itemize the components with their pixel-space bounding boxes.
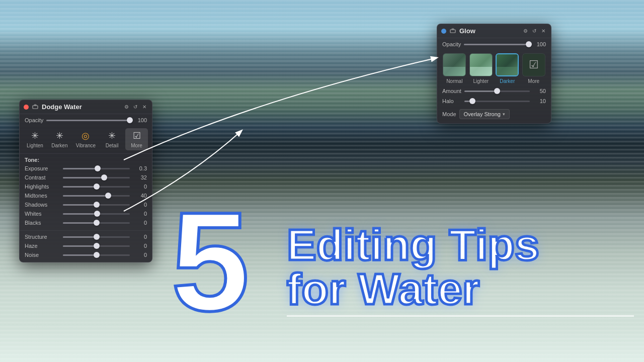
tool-detail-label: Detail: [106, 143, 119, 148]
halo-slider[interactable]: [464, 101, 530, 102]
tool-detail[interactable]: ✳ Detail: [101, 128, 123, 150]
mode-normal[interactable]: Normal: [442, 53, 467, 84]
dodge-panel-icon: [32, 104, 39, 111]
blacks-value: 0: [133, 220, 147, 226]
whites-label: Whites: [25, 211, 60, 217]
highlights-slider[interactable]: [63, 186, 130, 188]
svg-rect-1: [34, 105, 36, 106]
dodge-opacity-value: 100: [133, 117, 147, 123]
halo-value: 10: [533, 98, 546, 104]
mode-more-thumb: ☑: [522, 53, 545, 76]
mode-normal-thumb: [443, 53, 466, 76]
mode-more[interactable]: ☑ More: [522, 53, 546, 84]
halo-label: Halo: [442, 98, 461, 104]
haze-slider[interactable]: [63, 245, 130, 247]
glow-opacity-label: Opacity: [442, 41, 461, 47]
amount-row: Amount 50: [437, 86, 551, 96]
shadows-value: 0: [133, 202, 147, 208]
mode-lighter-thumb: [469, 53, 493, 76]
shadows-slider[interactable]: [63, 204, 130, 206]
whites-slider[interactable]: [63, 213, 130, 215]
glow-opacity-slider[interactable]: [464, 44, 529, 45]
amount-slider[interactable]: [464, 90, 530, 92]
structure-slider[interactable]: [63, 236, 130, 238]
dodge-settings-btn[interactable]: ⚙: [123, 104, 130, 111]
exposure-value: 0.3: [133, 165, 147, 171]
mode-dropdown-value: Overlay Strong: [464, 111, 501, 117]
contrast-value: 32: [133, 174, 147, 180]
glow-panel-titlebar: Glow ⚙ ↺ ✕: [437, 24, 551, 38]
glow-modes-row: Normal Lighter Darker ☑ More: [437, 49, 551, 86]
structure-row: Structure 0: [20, 230, 152, 241]
exposure-slider[interactable]: [63, 168, 130, 169]
highlights-label: Highlights: [25, 184, 60, 190]
dodge-opacity-slider[interactable]: [46, 120, 130, 121]
glow-tl-close[interactable]: [441, 29, 446, 34]
lighten-icon: ✳: [31, 130, 39, 141]
haze-label: Haze: [25, 243, 60, 249]
glow-panel-title: Glow: [459, 27, 519, 35]
mode-darker[interactable]: Darker: [495, 53, 520, 84]
glow-settings-btn[interactable]: ⚙: [522, 28, 529, 35]
mode-lighter[interactable]: Lighter: [469, 53, 494, 84]
dodge-panel-controls: ⚙ ↺ ✕: [123, 104, 148, 111]
amount-label: Amount: [442, 88, 461, 94]
tool-vibrance-label: Vibrance: [76, 143, 96, 148]
svg-rect-0: [33, 106, 38, 109]
tool-vibrance[interactable]: ◎ Vibrance: [73, 128, 99, 150]
mode-normal-label: Normal: [446, 78, 462, 84]
midtones-slider[interactable]: [63, 195, 130, 197]
haze-row: Haze 0: [20, 241, 152, 250]
shadows-label: Shadows: [25, 202, 60, 208]
glow-opacity-value: 100: [532, 41, 546, 47]
whites-row: Whites 0: [20, 209, 152, 218]
structure-label: Structure: [25, 234, 60, 240]
noise-slider[interactable]: [63, 254, 130, 256]
svg-rect-3: [452, 29, 454, 30]
midtones-row: Midtones 40: [20, 191, 152, 200]
halo-row: Halo 10: [437, 96, 551, 106]
vibrance-icon: ◎: [82, 130, 90, 141]
highlights-row: Highlights 0: [20, 182, 152, 191]
glow-opacity-row: Opacity 100: [437, 38, 551, 49]
detail-icon: ✳: [108, 130, 116, 141]
dodge-panel-titlebar: Dodge Water ⚙ ↺ ✕: [20, 100, 152, 114]
highlights-value: 0: [133, 184, 147, 190]
mode-more-label: More: [528, 78, 539, 84]
tool-lighten-label: Lighten: [27, 143, 43, 148]
amount-value: 50: [533, 88, 546, 94]
more-checkbox-icon: ☑: [529, 58, 539, 71]
dodge-panel-title: Dodge Water: [42, 103, 120, 111]
midtones-value: 40: [133, 193, 147, 199]
glow-panel-controls: ⚙ ↺ ✕: [522, 28, 547, 35]
blacks-label: Blacks: [25, 220, 60, 226]
exposure-row: Exposure 0.3: [20, 164, 152, 173]
dodge-opacity-row: Opacity 100: [20, 114, 152, 125]
contrast-slider[interactable]: [63, 177, 130, 178]
haze-value: 0: [133, 243, 147, 249]
glow-mode-row: Mode Overlay Strong ▾: [437, 106, 551, 123]
dodge-opacity-label: Opacity: [25, 117, 43, 123]
glow-panel-icon: [449, 28, 456, 35]
tl-close[interactable]: [24, 105, 29, 110]
tool-lighten[interactable]: ✳ Lighten: [24, 128, 46, 150]
tool-darken[interactable]: ✳ Darken: [48, 128, 71, 150]
glow-close-btn[interactable]: ✕: [540, 28, 547, 35]
noise-row: Noise 0: [20, 250, 152, 262]
mode-lighter-label: Lighter: [473, 78, 489, 84]
glow-panel: Glow ⚙ ↺ ✕ Opacity 100 Normal: [437, 24, 551, 124]
mode-darker-thumb: [496, 53, 519, 76]
tool-more[interactable]: ☑ More: [125, 128, 148, 150]
exposure-label: Exposure: [25, 165, 60, 171]
dodge-close-btn[interactable]: ✕: [141, 104, 148, 111]
contrast-row: Contrast 32: [20, 173, 152, 182]
noise-value: 0: [133, 252, 147, 258]
tool-darken-label: Darken: [51, 143, 67, 148]
mode-row-label: Mode: [442, 111, 456, 117]
dodge-minimize-btn[interactable]: ↺: [132, 104, 139, 111]
whites-value: 0: [133, 211, 147, 217]
blacks-slider[interactable]: [63, 222, 130, 224]
contrast-label: Contrast: [25, 174, 60, 180]
mode-dropdown[interactable]: Overlay Strong ▾: [459, 109, 510, 119]
glow-undo-btn[interactable]: ↺: [531, 28, 538, 35]
